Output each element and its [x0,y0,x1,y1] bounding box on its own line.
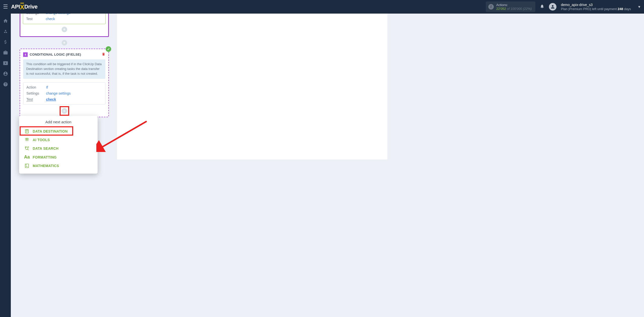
actions-counter[interactable]: i Actions: 22'052 of 100'000 (22%) [486,2,535,12]
logo[interactable]: API X Drive [11,3,37,11]
actions-label: Actions: [496,3,532,7]
actions-of: of [507,7,510,11]
logo-text-2: Drive [24,4,38,10]
user-info[interactable]: demo_apix-drive_s3 Plan |Premium PRO| le… [561,3,631,11]
logo-text-1: API [11,4,20,10]
hamburger-icon[interactable]: ☰ [3,4,8,10]
user-name: demo_apix-drive_s3 [561,3,631,7]
actions-text: Actions: 22'052 of 100'000 (22%) [496,3,532,11]
notifications-icon[interactable] [540,4,544,10]
actions-total: 100'000 [511,7,522,11]
user-avatar-icon[interactable] [549,3,556,11]
chevron-down-icon[interactable]: ▼ [637,5,641,9]
actions-used: 22'052 [496,7,506,11]
actions-pct: (22%) [523,7,532,11]
actions-values: 22'052 of 100'000 (22%) [496,7,532,11]
info-icon: i [488,4,494,10]
header-right: i Actions: 22'052 of 100'000 (22%) demo_… [486,2,641,12]
top-header: ☰ API X Drive i Actions: 22'052 of 100'0… [0,0,644,14]
user-plan: Plan |Premium PRO| left until payment 24… [561,7,631,11]
logo-x-icon: X [20,3,24,11]
